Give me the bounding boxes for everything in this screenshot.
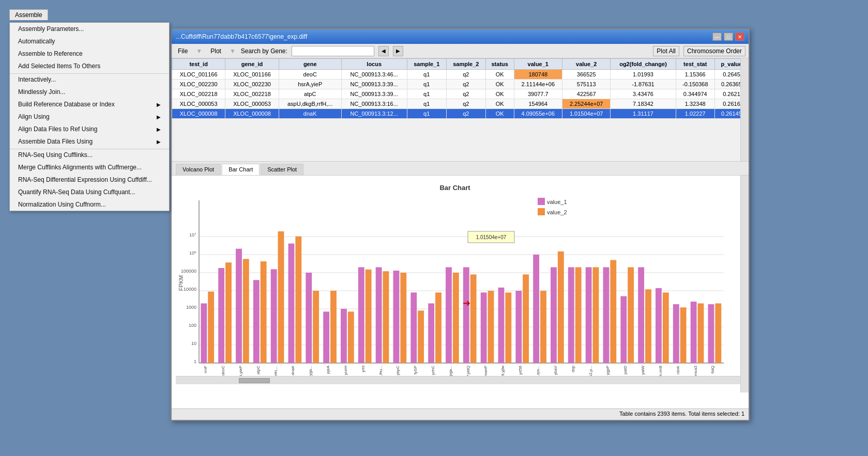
menu-item-4[interactable]: Interactively... [10, 73, 169, 86]
bar-value2-28 [698, 303, 704, 363]
menu-item-11[interactable]: Merge Cufflinks Alignments with Cuffmerg… [10, 161, 169, 174]
menu-item-1[interactable]: Automatically [10, 35, 169, 48]
bar-value1-21 [568, 267, 574, 363]
cell-2-1: XLOC_002218 [225, 89, 279, 99]
cell-4-4: q1 [407, 109, 446, 119]
chromosome-order-button[interactable]: Chromosome Order [683, 46, 745, 56]
search-input[interactable] [292, 46, 374, 56]
plot-menu[interactable]: Plot [207, 46, 224, 56]
menu-item-10[interactable]: RNA-Seq Using Cufflinks... [10, 149, 169, 161]
menu-item-7[interactable]: Align Using▶ [10, 111, 169, 123]
menu-item-2[interactable]: Assemble to Reference [10, 48, 169, 60]
bar-value1-14 [446, 267, 452, 363]
bar-value1-6 [306, 273, 312, 363]
menu-item-5[interactable]: Mindlessly Join... [10, 86, 169, 98]
table-row[interactable]: XLOC_000053XLOC_000053aspU,dkgB,rrfH,...… [172, 99, 749, 109]
menu-item-label-12: RNA-Seq Differential Expression Using Cu… [18, 176, 152, 183]
cell-2-0: XLOC_002218 [172, 89, 225, 99]
cell-1-2: hsrA,yieP [279, 80, 341, 89]
table-row[interactable]: XLOC_002218XLOC_002218atpCNC_000913.3:39… [172, 89, 749, 99]
menu-item-8[interactable]: Align Data Files to Ref Using▶ [10, 123, 169, 135]
cell-0-3: NC_000913.3:46... [341, 70, 407, 80]
cell-0-7: 180748 [514, 70, 562, 80]
chart-hscrollbar[interactable] [176, 376, 744, 384]
col-header-1: gene_id [225, 59, 279, 70]
cell-3-0: XLOC_000053 [172, 99, 225, 109]
table-row[interactable]: XLOC_002230XLOC_002230hsrA,yiePNC_000913… [172, 80, 749, 89]
bar-value1-2 [236, 249, 242, 363]
menu-item-13[interactable]: Quantify RNA-Seq Data Using Cuffquant... [10, 186, 169, 198]
minimize-button[interactable]: — [712, 33, 722, 41]
bar-value1-20 [551, 267, 557, 363]
assemble-button[interactable]: Assemble [9, 9, 48, 20]
bar-value2-7 [330, 291, 337, 363]
arrow-indicator: ➔ [463, 298, 470, 308]
tab-volcano-plot[interactable]: Volcano Plot [176, 164, 221, 175]
legend-value1-label: value_1 [547, 199, 567, 205]
chart-title: Bar Chart [439, 184, 470, 192]
cell-3-7: 154964 [514, 99, 562, 109]
bar-value2-2 [243, 259, 249, 363]
menu-item-14[interactable]: Normalization Using Cuffnorm... [10, 198, 169, 211]
bar-value2-23 [610, 260, 616, 363]
x-label-23: ygpP [605, 366, 610, 375]
cell-1-8: 575113 [562, 80, 611, 89]
x-label-11: ybpC [395, 366, 400, 375]
data-table: test_idgene_idgenelocussample_1sample_2s… [172, 58, 749, 119]
cell-1-3: NC_000913.3:39... [341, 80, 407, 89]
dropdown-menu: Assembly Parameters...AutomaticallyAssem… [9, 22, 170, 211]
legend-value2-label: value_2 [547, 209, 567, 215]
legend-value1-box [538, 198, 545, 205]
x-label-19: rphQ,rpoA,rpsD,rps... [536, 366, 540, 376]
svg-text:100: 100 [189, 323, 196, 328]
bar-value2-22 [593, 267, 599, 363]
close-button[interactable]: ✕ [735, 33, 744, 41]
table-scrollbar-v[interactable] [740, 58, 749, 162]
file-menu[interactable]: File [175, 46, 191, 56]
chart-hscrollbar-thumb[interactable] [239, 378, 270, 383]
bar-value1-8 [341, 309, 347, 363]
menu-item-12[interactable]: RNA-Seq Differential Expression Using Cu… [10, 174, 169, 186]
tab-bar-chart[interactable]: Bar Chart [222, 164, 260, 175]
tab-scatter-plot[interactable]: Scatter Plot [261, 164, 303, 175]
bar-value1-7 [323, 311, 329, 363]
x-label-13: yzhC [431, 366, 435, 375]
bar-value2-10 [383, 271, 389, 363]
cell-1-1: XLOC_002230 [225, 80, 279, 89]
cell-2-4: q1 [407, 89, 446, 99]
x-label-8: yceH [343, 366, 348, 375]
table-row[interactable]: XLOC_000008XLOC_000008dnaKNC_000913.3:12… [172, 109, 749, 119]
svg-text:10000: 10000 [184, 287, 196, 292]
cell-2-5: q2 [446, 89, 485, 99]
cell-1-0: XLOC_002230 [172, 80, 225, 89]
bar-value2-18 [523, 274, 529, 363]
col-header-8: value_2 [562, 59, 611, 70]
cell-0-2: deoC [279, 70, 341, 80]
cell-2-7: 39077.7 [514, 89, 562, 99]
legend-value2-box [538, 208, 545, 215]
x-label-20: ybaV [553, 365, 558, 375]
menu-item-0[interactable]: Assembly Parameters... [10, 23, 169, 35]
cell-1-4: q1 [407, 80, 446, 89]
menu-divider-1: ▼ [196, 48, 202, 55]
menu-item-6[interactable]: Build Reference Database or Index▶ [10, 98, 169, 111]
svg-text:1: 1 [194, 359, 196, 364]
x-label-6: rrpA,ygoA,ygaZ,yga... [308, 366, 313, 376]
plot-all-button[interactable]: Plot All [653, 46, 679, 56]
status-bar: Table contains 2393 items. Total items s… [172, 408, 749, 420]
cell-2-2: atpC [279, 89, 341, 99]
bar-value1-26 [656, 288, 662, 363]
menu-item-3[interactable]: Add Selected Items To Others [10, 60, 169, 72]
next-nav-button[interactable]: ▶ [393, 46, 403, 56]
menu-item-9[interactable]: Assemble Data Files Using▶ [10, 135, 169, 148]
bar-value2-9 [366, 270, 372, 363]
col-header-7: value_1 [514, 59, 562, 70]
prev-nav-button[interactable]: ◀ [378, 46, 389, 56]
table-row[interactable]: XLOC_001166XLOC_001166deoCNC_000913.3:46… [172, 70, 749, 80]
maximize-button[interactable]: □ [724, 33, 733, 41]
bar-value1-3 [253, 280, 260, 363]
cell-4-1: XLOC_000008 [225, 109, 279, 119]
x-label-28: rnca3 [693, 365, 698, 376]
chart-scrollbar-v[interactable] [740, 176, 749, 392]
cell-2-3: NC_000913.3:39... [341, 89, 407, 99]
